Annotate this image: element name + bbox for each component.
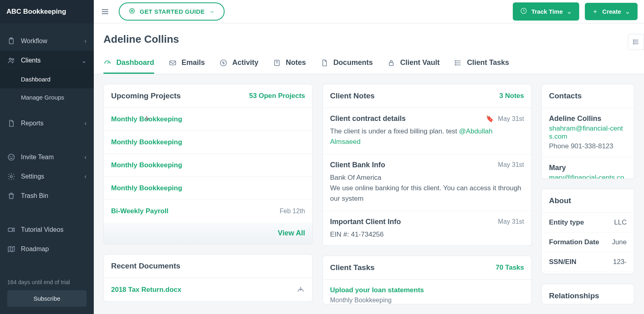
topbar: GET STARTED GUIDE → Track Time ⌄ ＋ Creat… bbox=[94, 0, 644, 23]
get-started-button[interactable]: GET STARTED GUIDE → bbox=[119, 2, 225, 21]
tab-label: Emails bbox=[182, 58, 205, 67]
sidebar-item-dashboard[interactable]: Dashboard bbox=[0, 70, 94, 88]
project-title: Monthly Bookkeeping bbox=[111, 184, 182, 192]
tab-documents[interactable]: Documents bbox=[320, 53, 373, 74]
svg-point-9 bbox=[130, 8, 134, 13]
about-key: Formation Date bbox=[549, 238, 599, 246]
document-row[interactable]: 2018 Tax Return.docx bbox=[104, 278, 312, 302]
map-icon bbox=[7, 245, 15, 253]
project-title: Bi-Weekly Payroll bbox=[111, 207, 168, 215]
card-title: Contacts bbox=[542, 84, 634, 108]
upcoming-projects-card: Upcoming Projects 53 Open Projects Month… bbox=[103, 84, 313, 244]
chevron-left-icon: ‹ bbox=[85, 154, 87, 161]
sidebar-item-clients[interactable]: Clients ⌄ bbox=[0, 51, 94, 70]
about-row: SSN/EIN 123- bbox=[542, 252, 634, 272]
chevron-down-icon: ⌄ bbox=[567, 8, 572, 15]
document-title: 2018 Tax Return.docx bbox=[111, 286, 181, 294]
sidebar: ABC Bookkeeping Workflow ‹ Clients ⌄ Das… bbox=[0, 0, 94, 314]
gear-icon bbox=[7, 173, 15, 181]
note-item[interactable]: Client Bank Info May 31st Bank Of Americ… bbox=[323, 154, 531, 211]
chevron-left-icon: ‹ bbox=[85, 37, 87, 45]
notes-count-link[interactable]: 3 Notes bbox=[500, 92, 524, 100]
note-item[interactable]: Client contract details 🔖 May 31st The c… bbox=[323, 108, 531, 154]
lock-icon bbox=[387, 59, 395, 67]
sidebar-item-manage-groups[interactable]: Manage Groups bbox=[0, 88, 94, 106]
list-toggle-button[interactable] bbox=[628, 34, 644, 50]
svg-point-2 bbox=[9, 58, 11, 60]
tab-client-tasks[interactable]: Client Tasks bbox=[454, 53, 509, 74]
project-row[interactable]: Monthly Bookkeeping bbox=[104, 131, 312, 154]
about-val: LLC bbox=[614, 218, 627, 227]
create-button[interactable]: ＋ Create ⌄ bbox=[585, 3, 638, 20]
project-date: Feb 12th bbox=[280, 208, 305, 215]
project-title: Monthly Bookkeeping bbox=[111, 138, 182, 146]
tab-label: Client Vault bbox=[400, 58, 440, 67]
brand-title: ABC Bookkeeping bbox=[0, 0, 94, 23]
svg-point-6 bbox=[12, 156, 12, 157]
svg-point-7 bbox=[10, 176, 12, 178]
trial-box: 164 days until end of trial Subscribe bbox=[0, 279, 94, 314]
note-body: EIN #: 41-734256 bbox=[330, 229, 524, 240]
note-title: Client Bank Info bbox=[330, 161, 385, 169]
client-title: Adeline Collins bbox=[103, 33, 634, 46]
about-key: SSN/EIN bbox=[549, 258, 576, 266]
sidebar-item-trash[interactable]: Trash Bin bbox=[0, 186, 94, 206]
contact-email[interactable]: shahram@financial-cents.com bbox=[549, 125, 627, 141]
svg-point-20 bbox=[455, 62, 456, 63]
download-icon[interactable] bbox=[296, 285, 305, 294]
sidebar-item-reports[interactable]: Reports ‹ bbox=[0, 114, 94, 133]
about-card: About Entity type LLC Formation Date Jun… bbox=[541, 189, 634, 274]
svg-rect-8 bbox=[8, 228, 13, 231]
subscribe-button[interactable]: Subscribe bbox=[7, 290, 87, 307]
tasks-count-link[interactable]: 70 Tasks bbox=[495, 264, 524, 272]
contact-email[interactable]: mary@financial-cents.com bbox=[549, 174, 627, 179]
contact-name: Adeline Collins bbox=[549, 114, 627, 123]
svg-point-21 bbox=[455, 64, 456, 65]
recent-documents-card: Recent Documents 2018 Tax Return.docx bbox=[103, 254, 313, 302]
tab-notes[interactable]: Notes bbox=[273, 53, 306, 74]
project-row[interactable]: Monthly Bookkeeping bbox=[104, 177, 312, 200]
contact-name: Mary bbox=[549, 164, 627, 172]
sidebar-item-label: Clients bbox=[21, 57, 81, 64]
about-val: 123- bbox=[613, 258, 627, 266]
sidebar-item-label: Workflow bbox=[21, 37, 85, 45]
contact-item[interactable]: Adeline Collins shahram@financial-cents.… bbox=[542, 108, 634, 157]
client-tasks-card: Client Tasks 70 Tasks Upload your loan s… bbox=[322, 256, 532, 304]
track-time-button[interactable]: Track Time ⌄ bbox=[513, 2, 579, 21]
task-row[interactable]: Upload your loan statements Monthly Book… bbox=[323, 280, 531, 304]
tab-emails[interactable]: Emails bbox=[169, 53, 205, 74]
sidebar-item-label: Dashboard bbox=[21, 76, 50, 83]
project-row[interactable]: Monthly Bookkeeping bbox=[104, 154, 312, 177]
sidebar-item-label: Invite Team bbox=[21, 154, 85, 161]
tab-client-vault[interactable]: Client Vault bbox=[387, 53, 440, 74]
trial-text: 164 days until end of trial bbox=[7, 279, 87, 285]
svg-point-14 bbox=[633, 44, 634, 44]
sidebar-item-roadmap[interactable]: Roadmap bbox=[0, 239, 94, 259]
sidebar-item-label: Tutorial Videos bbox=[21, 226, 87, 233]
sidebar-item-settings[interactable]: Settings ‹ bbox=[0, 167, 94, 186]
video-icon bbox=[7, 226, 15, 234]
note-date: 🔖 May 31st bbox=[486, 115, 524, 123]
about-key: Entity type bbox=[549, 218, 584, 227]
tab-label: Activity bbox=[232, 58, 258, 67]
note-item[interactable]: Important Client Info May 31st EIN #: 41… bbox=[323, 211, 531, 246]
project-row[interactable]: Monthly Bookkeeping bbox=[104, 108, 312, 131]
sidebar-item-label: Reports bbox=[21, 120, 85, 127]
sidebar-item-tutorials[interactable]: Tutorial Videos bbox=[0, 220, 94, 239]
document-icon bbox=[7, 119, 15, 127]
contact-item[interactable]: Mary mary@financial-cents.com bbox=[542, 157, 634, 179]
view-all-link[interactable]: View All bbox=[278, 229, 305, 237]
sidebar-item-workflow[interactable]: Workflow ‹ bbox=[0, 31, 94, 51]
get-started-label: GET STARTED GUIDE bbox=[140, 8, 205, 15]
tab-activity[interactable]: Activity bbox=[219, 53, 258, 74]
sidebar-item-label: Trash Bin bbox=[21, 192, 87, 200]
project-row[interactable]: Bi-Weekly Payroll Feb 12th bbox=[104, 200, 312, 223]
note-title: Client contract details bbox=[330, 114, 406, 123]
card-title: Relationships bbox=[542, 284, 634, 304]
open-projects-link[interactable]: 53 Open Projects bbox=[249, 92, 305, 100]
file-icon bbox=[320, 59, 328, 67]
note-date: May 31st bbox=[498, 218, 524, 225]
tab-dashboard[interactable]: Dashboard bbox=[103, 53, 154, 74]
hamburger-icon[interactable] bbox=[100, 7, 110, 17]
sidebar-item-invite-team[interactable]: Invite Team ‹ bbox=[0, 148, 94, 167]
